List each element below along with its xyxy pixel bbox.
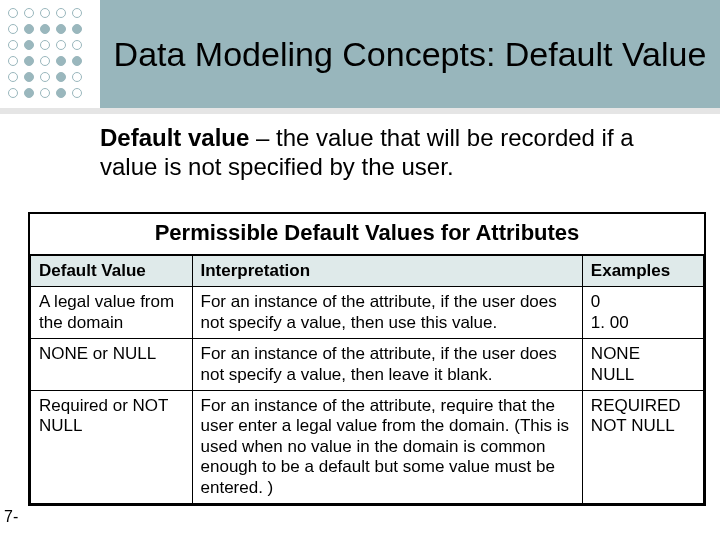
cell-interpretation: For an instance of the attribute, requir… xyxy=(192,390,582,503)
decorative-dot-grid xyxy=(8,8,96,104)
col-header-interpretation: Interpretation xyxy=(192,256,582,287)
table-row: Required or NOT NULL For an instance of … xyxy=(31,390,704,503)
definition-term: Default value xyxy=(100,124,249,151)
table-row: A legal value from the domain For an ins… xyxy=(31,287,704,339)
cell-interpretation: For an instance of the attribute, if the… xyxy=(192,339,582,391)
defaults-table-container: Permissible Default Values for Attribute… xyxy=(28,212,706,506)
table-title: Permissible Default Values for Attribute… xyxy=(30,214,704,255)
cell-examples: NONE NULL xyxy=(582,339,703,391)
col-header-examples: Examples xyxy=(582,256,703,287)
cell-default-value: A legal value from the domain xyxy=(31,287,193,339)
title-underline xyxy=(0,108,720,114)
defaults-table: Default Value Interpretation Examples A … xyxy=(30,255,704,504)
slide-title: Data Modeling Concepts: Default Value xyxy=(114,34,707,75)
slide: Data Modeling Concepts: Default Value De… xyxy=(0,0,720,540)
table-row: NONE or NULL For an instance of the attr… xyxy=(31,339,704,391)
cell-default-value: Required or NOT NULL xyxy=(31,390,193,503)
table-header-row: Default Value Interpretation Examples xyxy=(31,256,704,287)
cell-examples: REQUIRED NOT NULL xyxy=(582,390,703,503)
slide-number: 7- xyxy=(4,508,18,526)
cell-default-value: NONE or NULL xyxy=(31,339,193,391)
title-band: Data Modeling Concepts: Default Value xyxy=(100,0,720,108)
definition-paragraph: Default value – the value that will be r… xyxy=(100,124,696,182)
col-header-default-value: Default Value xyxy=(31,256,193,287)
cell-examples: 0 1. 00 xyxy=(582,287,703,339)
cell-interpretation: For an instance of the attribute, if the… xyxy=(192,287,582,339)
